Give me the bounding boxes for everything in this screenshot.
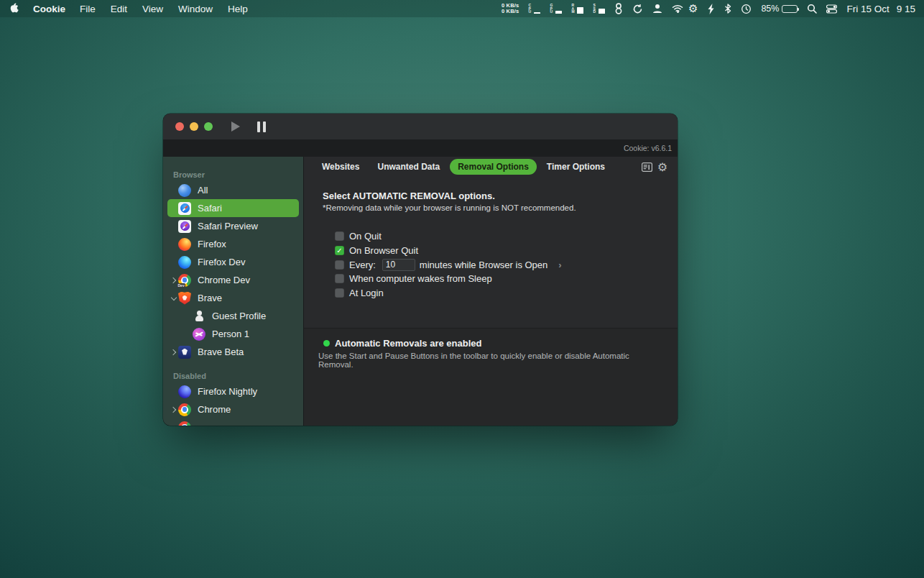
sidebar-item-label: Brave xyxy=(198,293,222,303)
panel-heading: Select AUTOMATIC REMOVAL options. xyxy=(323,191,659,201)
menu-app-name[interactable]: Cookie xyxy=(33,4,65,14)
option-label: At Login xyxy=(349,288,384,298)
safari-preview-icon xyxy=(178,220,191,233)
checkbox-unchecked-icon[interactable] xyxy=(335,231,344,241)
every-minutes-input[interactable] xyxy=(382,259,415,271)
tab-timer-options[interactable]: Timer Options xyxy=(539,159,613,175)
figure-eight-icon[interactable] xyxy=(614,3,623,14)
sidebar-item-person-1[interactable]: Person 1 xyxy=(167,325,299,343)
gear-menu-icon[interactable]: ⚙ xyxy=(688,2,698,15)
sidebar-item-chrome-beta[interactable] xyxy=(167,418,299,426)
disclosure-down-icon[interactable] xyxy=(169,297,178,300)
main-content: WebsitesUnwanted DataRemoval OptionsTime… xyxy=(304,157,678,426)
version-strip: Cookie: v6.6.1 xyxy=(163,139,678,157)
bolt-app-icon[interactable] xyxy=(707,4,715,14)
browser-sidebar: BrowserAllSafariSafari PreviewFirefoxFir… xyxy=(163,157,304,426)
sidebar-item-brave[interactable]: Brave xyxy=(167,289,299,307)
apple-menu-icon[interactable] xyxy=(10,3,20,14)
option-label: On Quit xyxy=(349,231,382,242)
tab-removal-options[interactable]: Removal Options xyxy=(450,159,537,175)
wifi-icon[interactable] xyxy=(672,4,679,13)
app-version-label: Cookie: v6.6.1 xyxy=(624,144,672,152)
stat-label: RAM xyxy=(571,4,576,13)
user-icon[interactable] xyxy=(652,4,662,14)
stat-meter-icon xyxy=(599,9,605,14)
spotlight-icon[interactable] xyxy=(807,4,817,14)
option-row-on-browser-quit: On Browser Quit xyxy=(335,244,659,258)
stat-gpu[interactable]: GPU xyxy=(550,4,562,14)
sidebar-item-chrome[interactable]: Chrome xyxy=(167,400,299,418)
stat-ram[interactable]: RAM xyxy=(571,4,583,14)
control-center-icon[interactable] xyxy=(826,4,837,14)
time-machine-icon[interactable] xyxy=(741,4,752,14)
status-enabled-dot-icon xyxy=(323,340,330,347)
pause-removals-button[interactable] xyxy=(257,121,266,132)
bluetooth-icon[interactable] xyxy=(724,4,731,14)
every-detail-chevron-icon[interactable]: › xyxy=(558,260,561,270)
sidebar-item-firefox-dev[interactable]: Firefox Dev xyxy=(167,253,299,271)
chrome-dev-icon: Dev xyxy=(178,274,191,287)
stat-ssd[interactable]: SSD xyxy=(593,4,605,14)
stat-meter-icon xyxy=(577,7,583,14)
date-label: Fri 15 Oct xyxy=(846,4,889,14)
sidebar-item-firefox[interactable]: Firefox xyxy=(167,235,299,253)
status-description: Use the Start and Pause Buttons in the t… xyxy=(318,352,663,369)
option-row-on-quit: On Quit xyxy=(335,229,659,244)
cookie-app-window: Cookie: v6.6.1 BrowserAllSafariSafari Pr… xyxy=(163,114,678,426)
menu-file[interactable]: File xyxy=(80,4,96,14)
stat-label: GPU xyxy=(550,4,554,13)
tab-unwanted-data[interactable]: Unwanted Data xyxy=(369,159,448,175)
sidebar-item-label: Firefox xyxy=(198,239,226,249)
menu-help[interactable]: Help xyxy=(228,4,248,14)
tab-websites[interactable]: Websites xyxy=(314,159,367,175)
sidebar-item-label: Safari xyxy=(198,203,222,214)
stat-cpu[interactable]: CPU xyxy=(528,4,540,14)
sidebar-item-safari-preview[interactable]: Safari Preview xyxy=(167,217,299,235)
sidebar-item-brave-beta[interactable]: Brave Beta xyxy=(167,343,299,361)
stat-meter-icon xyxy=(534,12,540,14)
report-list-button[interactable] xyxy=(639,159,655,175)
battery-widget[interactable]: 85% xyxy=(761,4,798,14)
settings-gear-button[interactable]: ⚙ xyxy=(655,159,670,175)
disclosure-right-icon[interactable] xyxy=(169,408,178,412)
network-speed-widget[interactable]: 0 KB/s 0 KB/s xyxy=(502,3,519,15)
option-row-at-login: At Login xyxy=(335,286,659,301)
status-title: Automatic Removals are enabled xyxy=(335,338,481,349)
sidebar-item-label: Guest Profile xyxy=(212,311,266,321)
checkbox-checked-icon[interactable] xyxy=(335,246,344,255)
menu-view[interactable]: View xyxy=(142,4,163,14)
checkbox-unchecked-icon[interactable] xyxy=(335,260,344,270)
firefox-icon xyxy=(178,238,191,251)
safari-icon xyxy=(178,202,191,215)
checkbox-unchecked-icon[interactable] xyxy=(335,288,344,298)
tabs-bar: WebsitesUnwanted DataRemoval OptionsTime… xyxy=(304,157,678,177)
sidebar-item-chrome-dev[interactable]: DevChrome Dev xyxy=(167,271,299,289)
brave-icon xyxy=(178,292,191,305)
option-row-when-computer-wakes-from-sleep: When computer wakes from Sleep xyxy=(335,272,659,286)
option-row-every: Every:minutes while Browser is Open› xyxy=(335,257,659,272)
sidebar-item-label: Person 1 xyxy=(212,329,249,339)
sidebar-section-header-browser: Browser xyxy=(163,167,303,181)
menu-edit[interactable]: Edit xyxy=(111,4,127,14)
window-titlebar[interactable] xyxy=(163,114,678,139)
sync-icon[interactable] xyxy=(632,4,643,14)
menu-window[interactable]: Window xyxy=(178,4,213,14)
disclosure-right-icon[interactable] xyxy=(169,278,178,283)
firefox-dev-icon xyxy=(178,256,191,269)
system-stats-widgets: CPUGPURAMSSD xyxy=(528,4,605,14)
battery-percent-label: 85% xyxy=(761,4,779,14)
checkbox-unchecked-icon[interactable] xyxy=(335,274,344,283)
disclosure-right-icon[interactable] xyxy=(169,350,178,354)
close-window-button[interactable] xyxy=(175,122,184,131)
dev-badge-label: Dev xyxy=(177,283,185,288)
sidebar-item-label: Firefox Dev xyxy=(198,257,245,267)
sidebar-item-firefox-nightly[interactable]: Firefox Nightly xyxy=(167,382,299,400)
zoom-window-button[interactable] xyxy=(204,122,213,131)
sidebar-item-safari[interactable]: Safari xyxy=(167,199,299,217)
sidebar-item-all[interactable]: All xyxy=(167,181,299,199)
sidebar-item-guest-profile[interactable]: Guest Profile xyxy=(167,307,299,325)
minimize-window-button[interactable] xyxy=(190,122,198,131)
start-removals-button[interactable] xyxy=(231,121,240,132)
chrome-beta-icon xyxy=(178,421,191,426)
menu-bar-clock[interactable]: Fri 15 Oct 9 15 xyxy=(846,4,915,14)
